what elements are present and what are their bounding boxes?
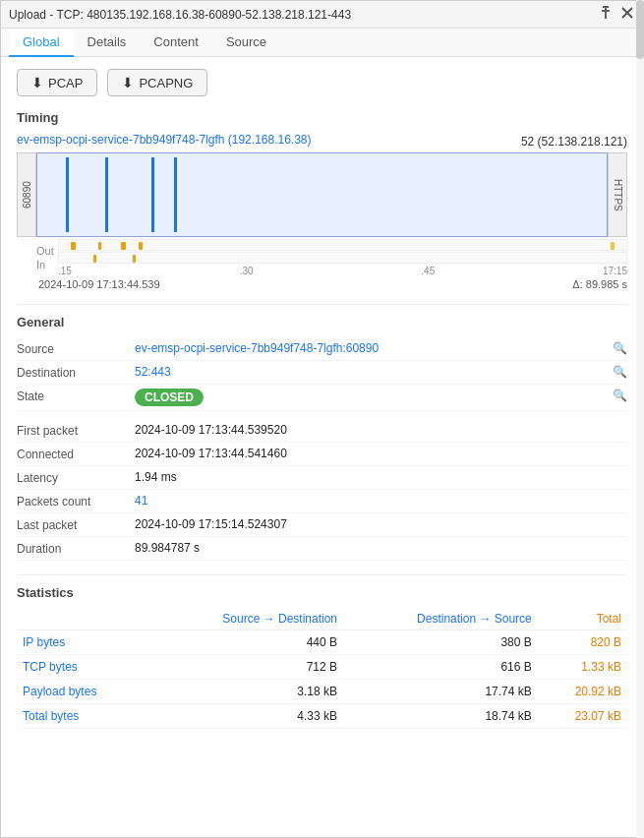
field-source: Source ev-emsp-ocpi-service-7bb949f748-7… [17,337,627,361]
tick-15: .15 [58,266,72,276]
timing-bar-3 [151,157,154,232]
pcap-label: PCAP [48,76,83,90]
scrollbar-thumb[interactable] [636,0,644,59]
tab-details[interactable]: Details [74,29,141,57]
field-duration: Duration 89.984787 s [17,537,627,561]
stat-src-dst: 440 B [148,630,343,655]
pin-icon[interactable] [598,5,614,24]
state-search-icon[interactable]: 🔍 [613,389,627,402]
col-total: Total [538,608,627,630]
stat-dst-src: 18.74 kB [343,704,538,729]
pcapng-label: PCAPNG [139,76,193,90]
field-connected: Connected 2024-10-09 17:13:44.541460 [17,443,627,466]
io-in-label: In [36,258,54,271]
source-value: ev-emsp-ocpi-service-7bb949f748-7lgfh:60… [135,341,607,355]
out-timeline [58,239,627,251]
field-first-packet: First packet 2024-10-09 17:13:44.539520 [17,419,627,443]
destination-label: Destination [17,365,135,380]
scrollbar-track[interactable] [636,0,644,838]
timing-footer: 2024-10-09 17:13:44.539 Δ: 89.985 s [17,278,627,290]
stat-total: 820 B [538,630,627,655]
statistics-title: Statistics [17,585,627,600]
out-bar-5 [611,242,615,250]
timing-y-right: HTTPS [608,152,627,237]
tab-bar: Global Details Content Source [1,29,643,57]
close-icon[interactable] [619,5,635,24]
field-destination: Destination 52:443 🔍 [17,361,627,385]
timing-section: Timing ev-emsp-ocpi-service-7bb949f748-7… [17,110,627,290]
state-badge: CLOSED [135,389,204,406]
timing-title: Timing [17,110,627,125]
titlebar-controls [598,5,635,24]
field-latency: Latency 1.94 ms [17,466,627,490]
stats-table: Source → Destination Destination → Sourc… [17,608,627,729]
field-state: State CLOSED 🔍 [17,385,627,411]
timing-io-section: Out In [17,239,627,276]
tab-content[interactable]: Content [140,29,212,57]
packets-value: 41 [135,494,627,508]
timing-bar-1 [66,157,69,232]
stat-total: 23.07 kB [538,704,627,729]
timing-delta: Δ: 89.985 s [572,278,627,290]
in-timeline [58,252,627,264]
stat-dst-src: 616 B [343,655,538,680]
tab-global[interactable]: Global [9,29,74,57]
tab-source[interactable]: Source [212,29,280,57]
last-packet-value: 2024-10-09 17:15:14.524307 [135,517,627,531]
stat-src-dst: 3.18 kB [148,680,343,704]
source-search-icon[interactable]: 🔍 [613,341,627,355]
first-packet-label: First packet [17,423,135,438]
stat-dst-src: 380 B [343,630,538,655]
timing-chart: 60890 HTTPS [17,152,627,237]
statistics-section: Statistics Source → Destination Destinat… [17,585,627,729]
download-buttons: ⬇ PCAP ⬇ PCAPNG [17,69,627,96]
out-bar-3 [121,242,126,250]
destination-value: 52:443 [135,365,607,379]
stats-row: Payload bytes 3.18 kB 17.74 kB 20.92 kB [17,680,627,704]
out-bar-2 [98,242,101,250]
stats-row: Total bytes 4.33 kB 18.74 kB 23.07 kB [17,704,627,729]
general-title: General [17,315,627,329]
connected-label: Connected [17,447,135,461]
stats-row: TCP bytes 712 B 616 B 1.33 kB [17,655,627,680]
in-bar-1 [93,255,96,263]
stat-src-dst: 4.33 kB [148,704,343,729]
latency-value: 1.94 ms [135,470,627,484]
download-icon: ⬇ [31,75,43,90]
destination-search-icon[interactable]: 🔍 [613,365,627,379]
pcap-button[interactable]: ⬇ PCAP [17,69,97,96]
stat-src-dst: 712 B [148,655,343,680]
general-section: General Source ev-emsp-ocpi-service-7bb9… [17,315,627,561]
tick-1715: 17:15 [603,266,627,276]
timing-ticks: .15 .30 .45 17:15 [58,266,627,276]
in-bar-2 [133,255,136,263]
titlebar: Upload - TCP: 480135.192.168.16.38-60890… [1,1,643,29]
divider-1 [17,304,627,305]
stat-name: Payload bytes [17,680,148,704]
field-packets-count: Packets count 41 [17,490,627,513]
timing-bar-4 [174,157,177,232]
timing-canvas [36,152,608,237]
stat-total: 20.92 kB [538,680,627,704]
state-label: State [17,389,135,403]
timing-right-label: 52 (52.138.218.121) [521,135,627,149]
first-packet-value: 2024-10-09 17:13:44.539520 [135,423,627,437]
timing-bar-2 [105,157,108,232]
download-icon2: ⬇ [122,75,134,90]
out-bar-1 [71,242,76,250]
field-last-packet: Last packet 2024-10-09 17:15:14.524307 [17,513,627,537]
out-bar-4 [139,242,143,250]
stat-name: Total bytes [17,704,148,729]
io-out-label: Out [36,244,54,258]
col-dst-src: Destination → Source [343,608,538,630]
pcapng-button[interactable]: ⬇ PCAPNG [107,69,207,96]
latency-label: Latency [17,470,135,485]
timing-mini-chart: .15 .30 .45 17:15 [58,239,627,276]
duration-label: Duration [17,541,135,556]
stats-row: IP bytes 440 B 380 B 820 B [17,630,627,655]
col-src-dst: Source → Destination [148,608,343,630]
timing-start: 2024-10-09 17:13:44.539 [38,278,160,290]
window-title: Upload - TCP: 480135.192.168.16.38-60890… [9,8,351,22]
stat-dst-src: 17.74 kB [343,680,538,704]
timing-y-left: 60890 [17,152,36,237]
